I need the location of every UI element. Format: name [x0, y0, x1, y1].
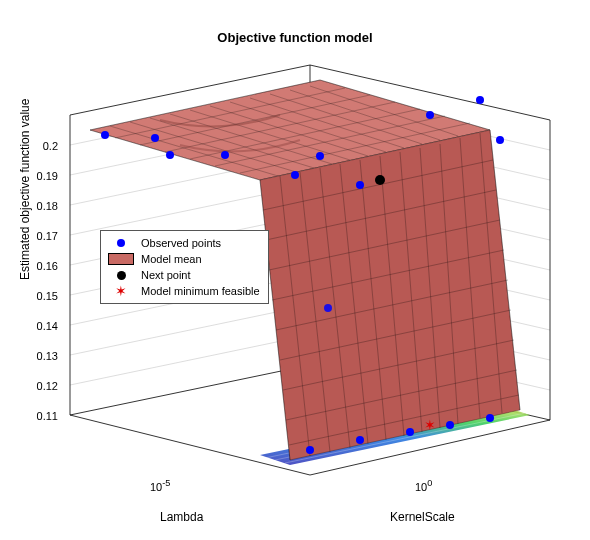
legend-entry-nextpoint: Next point — [107, 267, 260, 283]
z-tick: 0.14 — [18, 320, 58, 332]
legend-label: Observed points — [141, 237, 221, 249]
legend-label: Next point — [141, 269, 191, 281]
z-tick: 0.19 — [18, 170, 58, 182]
svg-point-75 — [291, 171, 299, 179]
z-tick: 0.2 — [18, 140, 58, 152]
svg-point-79 — [476, 96, 484, 104]
chart-title: Objective function model — [0, 30, 590, 45]
legend-entry-minfeasible: ✶ Model minimum feasible — [107, 283, 260, 299]
legend-label: Model mean — [141, 253, 202, 265]
z-tick: 0.16 — [18, 260, 58, 272]
red-star-icon: ✶ — [107, 284, 135, 298]
black-dot-icon — [107, 268, 135, 282]
x-axis-label-lambda: Lambda — [160, 510, 203, 524]
svg-point-84 — [446, 421, 454, 429]
svg-point-73 — [166, 151, 174, 159]
legend: Observed points Model mean Next point ✶ … — [100, 230, 269, 304]
svg-point-86 — [324, 304, 332, 312]
svg-point-82 — [356, 436, 364, 444]
z-tick: 0.18 — [18, 200, 58, 212]
svg-point-78 — [426, 111, 434, 119]
svg-point-72 — [151, 134, 159, 142]
svg-point-71 — [101, 131, 109, 139]
svg-point-80 — [496, 136, 504, 144]
svg-point-83 — [406, 428, 414, 436]
legend-entry-observed: Observed points — [107, 235, 260, 251]
svg-line-8 — [70, 335, 310, 385]
z-tick: 0.12 — [18, 380, 58, 392]
legend-label: Model minimum feasible — [141, 285, 260, 297]
svg-marker-48 — [260, 130, 520, 460]
svg-point-81 — [306, 446, 314, 454]
legend-entry-modelmean: Model mean — [107, 251, 260, 267]
z-tick: 0.13 — [18, 350, 58, 362]
z-axis-label: Estimated objective function value — [18, 99, 32, 280]
z-tick: 0.17 — [18, 230, 58, 242]
svg-point-85 — [486, 414, 494, 422]
svg-line-7 — [70, 305, 310, 355]
y-axis-label-kernelscale: KernelScale — [390, 510, 455, 524]
z-tick: 0.11 — [18, 410, 58, 422]
red-patch-icon — [107, 252, 135, 266]
svg-point-76 — [356, 181, 364, 189]
svg-point-77 — [316, 152, 324, 160]
blue-dot-icon — [107, 236, 135, 250]
z-tick: 0.15 — [18, 290, 58, 302]
model-min-feasible: ✶ — [424, 417, 436, 433]
next-point — [375, 175, 385, 185]
svg-point-74 — [221, 151, 229, 159]
